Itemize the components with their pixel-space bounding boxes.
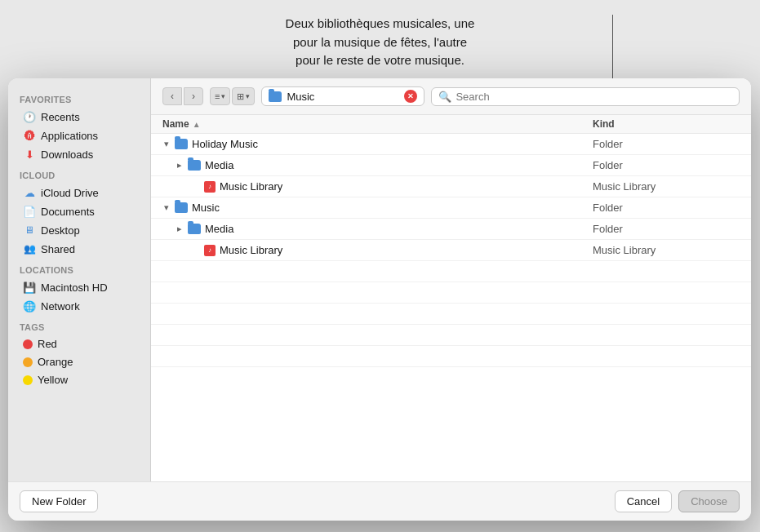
file-list-header: Name ▲ Kind bbox=[151, 115, 751, 134]
col-name-sort-icon: ▲ bbox=[193, 120, 201, 129]
music-lib-kind: Music Library bbox=[593, 244, 740, 256]
holiday-lib-kind: Music Library bbox=[593, 180, 740, 193]
file-list: Holiday Music Folder Media Folder bbox=[151, 134, 751, 481]
sidebar-item-yellow-label: Yellow bbox=[38, 374, 68, 386]
orange-tag-dot bbox=[23, 357, 33, 367]
icloud-section-label: iCloud bbox=[8, 164, 150, 183]
favorites-section-label: Favorites bbox=[8, 88, 150, 107]
sidebar-item-orange-label: Orange bbox=[38, 356, 73, 368]
expand-music-lib-icon bbox=[192, 246, 200, 255]
location-folder-icon bbox=[269, 91, 282, 102]
sidebar-item-documents[interactable]: 📄 Documents bbox=[11, 202, 147, 220]
location-clear-button[interactable]: ✕ bbox=[404, 90, 417, 103]
desktop-icon: 🖥 bbox=[23, 224, 36, 237]
file-row-holiday-lib[interactable]: ♪ Music Library Music Library bbox=[151, 176, 751, 197]
file-row-music-media-name: Media bbox=[176, 223, 593, 235]
sidebar-item-tag-yellow[interactable]: Yellow bbox=[11, 371, 147, 388]
tags-section-label: Tags bbox=[8, 316, 150, 335]
expand-holiday-icon[interactable] bbox=[162, 140, 171, 149]
red-tag-dot bbox=[23, 339, 33, 349]
sidebar-item-icloud-label: iCloud Drive bbox=[41, 187, 99, 199]
dialog-inner: Favorites 🕐 Recents 🅐 Applications ⬇ Dow… bbox=[8, 78, 751, 481]
col-kind-header[interactable]: Kind bbox=[593, 118, 740, 130]
sidebar-item-shared-label: Shared bbox=[41, 243, 75, 255]
music-media-kind: Folder bbox=[593, 223, 740, 235]
music-lib-icon: ♪ bbox=[204, 245, 216, 256]
annotation-line1: Deux bibliothèques musicales, une bbox=[286, 16, 475, 30]
file-row-empty-2 bbox=[151, 282, 751, 304]
annotation-text: Deux bibliothèques musicales, une pour l… bbox=[0, 0, 760, 70]
applications-icon: 🅐 bbox=[23, 129, 36, 142]
sidebar-item-network-label: Network bbox=[41, 300, 80, 313]
file-row-empty-4 bbox=[151, 325, 751, 346]
holiday-music-kind: Folder bbox=[593, 138, 740, 150]
cancel-button[interactable]: Cancel bbox=[615, 490, 672, 512]
shared-icon: 👥 bbox=[23, 242, 36, 255]
sidebar-item-documents-label: Documents bbox=[41, 206, 95, 218]
sidebar-item-hd-label: Macintosh HD bbox=[41, 282, 108, 294]
file-row-holiday-lib-name: ♪ Music Library bbox=[192, 180, 593, 193]
file-row-holiday-media-name: Media bbox=[176, 159, 593, 171]
music-lib-label: Music Library bbox=[220, 244, 282, 256]
file-row-holiday-media[interactable]: Media Folder bbox=[151, 155, 751, 176]
file-row-music-lib-name: ♪ Music Library bbox=[192, 244, 593, 256]
music-media-label: Media bbox=[205, 223, 233, 235]
file-row-holiday-music-name: Holiday Music bbox=[162, 138, 593, 150]
location-bar[interactable]: Music ✕ bbox=[261, 86, 424, 106]
documents-icon: 📄 bbox=[23, 205, 36, 218]
search-icon: 🔍 bbox=[438, 91, 451, 103]
search-input[interactable] bbox=[456, 91, 732, 103]
annotation-line3: pour le reste de votre musique. bbox=[296, 53, 464, 67]
new-folder-button[interactable]: New Folder bbox=[20, 490, 98, 512]
file-row-holiday-music[interactable]: Holiday Music Folder bbox=[151, 134, 751, 155]
file-row-empty-3 bbox=[151, 304, 751, 325]
hd-icon: 💾 bbox=[23, 281, 36, 294]
downloads-icon: ⬇ bbox=[23, 148, 36, 161]
main-area: ‹ › ≡ ▾ ⊞ ▾ Music ✕ bbox=[151, 78, 751, 481]
open-dialog: Favorites 🕐 Recents 🅐 Applications ⬇ Dow… bbox=[8, 78, 751, 521]
expand-holiday-media-icon[interactable] bbox=[176, 162, 184, 170]
file-row-music-name: Music bbox=[162, 202, 593, 214]
holiday-media-label: Media bbox=[205, 159, 233, 171]
sidebar-item-desktop[interactable]: 🖥 Desktop bbox=[11, 221, 147, 239]
sidebar-item-recents-label: Recents bbox=[41, 111, 80, 123]
expand-music-icon[interactable] bbox=[162, 204, 171, 212]
file-row-music-lib[interactable]: ♪ Music Library Music Library bbox=[151, 240, 751, 261]
grid-view-button[interactable]: ⊞ ▾ bbox=[232, 87, 255, 105]
list-chevron-icon: ▾ bbox=[221, 92, 225, 100]
file-row-empty-5 bbox=[151, 346, 751, 367]
file-row-music[interactable]: Music Folder bbox=[151, 197, 751, 219]
col-kind-label: Kind bbox=[593, 118, 615, 130]
holiday-lib-label: Music Library bbox=[220, 180, 282, 193]
file-row-music-media[interactable]: Media Folder bbox=[151, 219, 751, 240]
yellow-tag-dot bbox=[23, 375, 33, 385]
holiday-media-folder-icon bbox=[188, 160, 201, 171]
back-button[interactable]: ‹ bbox=[162, 87, 182, 105]
grid-chevron-icon: ▾ bbox=[246, 92, 250, 100]
choose-button[interactable]: Choose bbox=[678, 490, 740, 512]
search-bar[interactable]: 🔍 bbox=[431, 87, 740, 106]
file-row-empty-1 bbox=[151, 261, 751, 282]
sidebar-item-applications[interactable]: 🅐 Applications bbox=[11, 126, 147, 144]
col-name-header[interactable]: Name ▲ bbox=[162, 118, 593, 130]
view-buttons: ≡ ▾ ⊞ ▾ bbox=[210, 87, 255, 105]
sidebar-item-tag-red[interactable]: Red bbox=[11, 335, 147, 352]
music-label: Music bbox=[192, 202, 220, 214]
sidebar-item-desktop-label: Desktop bbox=[41, 224, 80, 237]
sidebar-item-network[interactable]: 🌐 Network bbox=[11, 297, 147, 315]
grid-icon: ⊞ bbox=[237, 91, 244, 102]
sidebar-item-downloads[interactable]: ⬇ Downloads bbox=[11, 145, 147, 163]
sidebar-item-macintosh-hd[interactable]: 💾 Macintosh HD bbox=[11, 278, 147, 296]
sidebar-item-recents[interactable]: 🕐 Recents bbox=[11, 108, 147, 126]
music-folder-icon bbox=[175, 202, 188, 213]
sidebar-item-icloud-drive[interactable]: ☁ iCloud Drive bbox=[11, 184, 147, 202]
expand-holiday-lib-icon bbox=[192, 183, 200, 191]
sidebar-item-applications-label: Applications bbox=[41, 130, 98, 142]
expand-music-media-icon[interactable] bbox=[176, 225, 184, 233]
list-view-button[interactable]: ≡ ▾ bbox=[210, 87, 230, 105]
sidebar-item-shared[interactable]: 👥 Shared bbox=[11, 240, 147, 258]
nav-buttons: ‹ › bbox=[162, 87, 203, 105]
forward-button[interactable]: › bbox=[184, 87, 203, 105]
holiday-media-kind: Folder bbox=[593, 159, 740, 171]
sidebar-item-tag-orange[interactable]: Orange bbox=[11, 353, 147, 370]
